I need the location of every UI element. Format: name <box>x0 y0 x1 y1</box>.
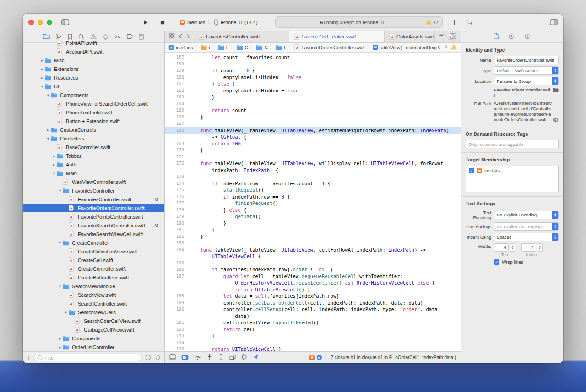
encoding-dropdown[interactable]: No Explicit Encoding ▲▼ <box>494 211 559 219</box>
code-line-wrap[interactable]: return UITableViewCell() } <box>165 286 461 293</box>
jumpbar-segment[interactable]: C <box>237 45 249 50</box>
code-line-184[interactable]: 184 func tableView(_ tableView: UITableV… <box>165 247 461 253</box>
location-dropdown[interactable]: Relative to Group ▲▼ <box>494 77 559 85</box>
view-hierarchy-button[interactable] <box>229 354 236 362</box>
tree-file[interactable]: FavoriteSearchViewCell.swift <box>23 230 164 238</box>
code-line-157[interactable]: 157 let count = favorites.count <box>165 54 461 61</box>
filter-field[interactable]: Filter <box>34 354 142 361</box>
tree-file[interactable]: Button + Extension.swift <box>23 117 164 125</box>
tree-file[interactable]: WebViewController.swift <box>23 177 164 186</box>
editor-options-button[interactable] <box>439 32 445 41</box>
code-line-175[interactable]: 175 startRequest() <box>165 187 461 193</box>
tree-file[interactable]: CreateCell.swift <box>23 256 164 264</box>
disclosure-triangle-icon[interactable]: ▸ <box>39 67 45 71</box>
code-line-wrap[interactable]: data) <box>165 313 461 320</box>
disclosure-triangle-icon[interactable]: ▾ <box>45 136 51 141</box>
tree-folder[interactable]: ▾FavoritesController <box>23 186 164 195</box>
quick-help-inspector-icon[interactable]: ? <box>525 33 531 40</box>
code-line-161[interactable]: 161 } else { <box>165 81 461 87</box>
code-line-179[interactable]: 179 getData() <box>165 213 461 220</box>
code-line-185[interactable]: 185 <box>165 260 461 267</box>
code-line-158[interactable]: 158 <box>165 61 461 68</box>
tree-file[interactable]: FavoriteOrdersController.swift <box>23 204 164 212</box>
tree-folder[interactable]: ▸Extensions <box>23 64 164 73</box>
step-over-button[interactable] <box>194 354 201 362</box>
activity-status-view[interactable]: Running Инерт on iPhone 11 47 <box>275 16 443 28</box>
code-line-165[interactable]: 165 return count <box>165 107 461 114</box>
run-button[interactable] <box>142 19 149 26</box>
memory-graph-button[interactable] <box>241 354 247 362</box>
toggle-debug-area-button[interactable] <box>169 354 176 362</box>
tree-folder[interactable]: ▸Misc <box>23 56 164 64</box>
tab-width-stepper[interactable]: ▲▼ <box>510 243 515 252</box>
code-line-178[interactable]: 178 } else { <box>165 207 461 214</box>
tree-folder[interactable]: ▸Resources <box>23 73 164 82</box>
tree-file[interactable]: FavoritesController.swiftM <box>23 195 164 204</box>
tree-folder[interactable]: ▾Components <box>23 91 164 99</box>
disclosure-triangle-icon[interactable]: ▸ <box>57 345 63 349</box>
source-editor[interactable]: 157 let count = favorites.count158159 if… <box>165 53 461 351</box>
code-line-190[interactable]: 190 controller.cellSetup(cell: cell, ind… <box>165 306 461 313</box>
code-line-168[interactable]: 168 func tableView(_ tableView: UITableV… <box>165 127 461 134</box>
add-editor-button[interactable] <box>450 32 456 41</box>
jumpbar-segment[interactable]: i <box>201 45 210 50</box>
code-line-180[interactable]: 180 } <box>165 220 461 227</box>
go-back-button[interactable] <box>179 32 182 41</box>
disclosure-triangle-icon[interactable]: ▾ <box>39 84 45 89</box>
tree-file[interactable]: SearchOderCellView.swift <box>23 317 164 325</box>
code-line-wrap[interactable]: UITableViewCell { <box>165 253 461 260</box>
simulate-location-button[interactable] <box>253 354 259 362</box>
code-line-173[interactable]: 173 <box>165 173 461 180</box>
lineendings-dropdown[interactable]: No Explicit Line Endings ▲▼ <box>494 222 559 231</box>
debug-breadcrumb[interactable]: 〉 7 closure #1 in closure #1 in F...oOrd… <box>309 354 456 361</box>
close-window-button[interactable] <box>28 20 34 25</box>
indent-width-field[interactable]: 4 <box>521 243 536 252</box>
add-file-button[interactable]: + <box>27 354 31 361</box>
code-line-193[interactable]: 193 } <box>165 333 461 339</box>
code-line-163[interactable]: 163 } <box>165 94 461 101</box>
minimize-window-button[interactable] <box>38 20 43 25</box>
history-inspector-icon[interactable] <box>509 33 515 40</box>
disclosure-triangle-icon[interactable]: ▾ <box>63 310 69 315</box>
disclosure-triangle-icon[interactable]: ▾ <box>57 284 63 289</box>
code-line-192[interactable]: 192 return cell <box>165 326 461 333</box>
reveal-in-finder-button[interactable] <box>553 117 559 123</box>
tree-file[interactable]: GarbageCellView.swift <box>23 325 164 334</box>
code-line-169[interactable]: 169 return 200 <box>165 140 461 147</box>
go-forward-button[interactable] <box>186 32 190 41</box>
file-inspector-icon[interactable] <box>494 33 499 40</box>
file-warning-icon[interactable] <box>451 44 457 51</box>
tree-file[interactable]: SearchView.swift <box>23 290 164 299</box>
related-items-button[interactable] <box>169 32 175 41</box>
jumpbar-segment[interactable]: F <box>276 45 287 50</box>
code-line-167[interactable]: 167 <box>165 120 461 127</box>
jumpbar-segment[interactable]: inert-ios <box>168 45 193 50</box>
odr-tags-field[interactable]: Only resources are taggable <box>466 140 559 148</box>
tree-file[interactable]: PhoneViewForSearchOrderCell.swift <box>23 99 164 108</box>
library-button[interactable] <box>451 19 457 25</box>
code-line-177[interactable]: 177 finishRequest() <box>165 200 461 207</box>
tree-file[interactable]: CreateCollectionView.swift <box>23 247 164 256</box>
tree-file[interactable]: PointAPI.swift <box>23 38 164 47</box>
tab-width-field[interactable]: 4 <box>494 243 509 252</box>
code-line-174[interactable]: 174 if indexPath.row == favorites.count … <box>165 180 461 187</box>
code-line-159[interactable]: 159 if count == 0 { <box>165 67 461 74</box>
code-line-188[interactable]: 188 let data = self.favorites[indexPath.… <box>165 293 461 300</box>
tree-folder[interactable]: ▸CustomControls <box>23 125 164 134</box>
code-line-181[interactable]: 181 } <box>165 226 461 233</box>
code-line-183[interactable]: 183 <box>165 240 461 247</box>
disclosure-triangle-icon[interactable]: ▸ <box>39 58 45 63</box>
editor-tab-1[interactable]: FavoritesController.swift <box>194 31 289 42</box>
stop-button[interactable] <box>160 20 165 25</box>
recent-files-filter-button[interactable] <box>145 354 151 360</box>
type-dropdown[interactable]: Default - Swift Source ▲▼ <box>494 66 559 75</box>
disclosure-triangle-icon[interactable]: ▸ <box>39 75 45 80</box>
code-line-170[interactable]: 170 } <box>165 147 461 154</box>
jumpbar-segment[interactable]: MtableView(_:estimatedHeightForRowAt:) <box>373 45 437 50</box>
code-line-176[interactable]: 176 if indexPath.row == 0 { <box>165 193 461 200</box>
tree-folder[interactable]: ▾SearchViewModule <box>23 282 164 290</box>
code-line-160[interactable]: 160 emptyLabel.isHidden = false <box>165 74 461 81</box>
disclosure-triangle-icon[interactable]: ▾ <box>51 171 57 176</box>
tree-folder[interactable]: ▾Main <box>23 169 164 177</box>
tree-file[interactable]: SearchController.swift <box>23 299 164 308</box>
